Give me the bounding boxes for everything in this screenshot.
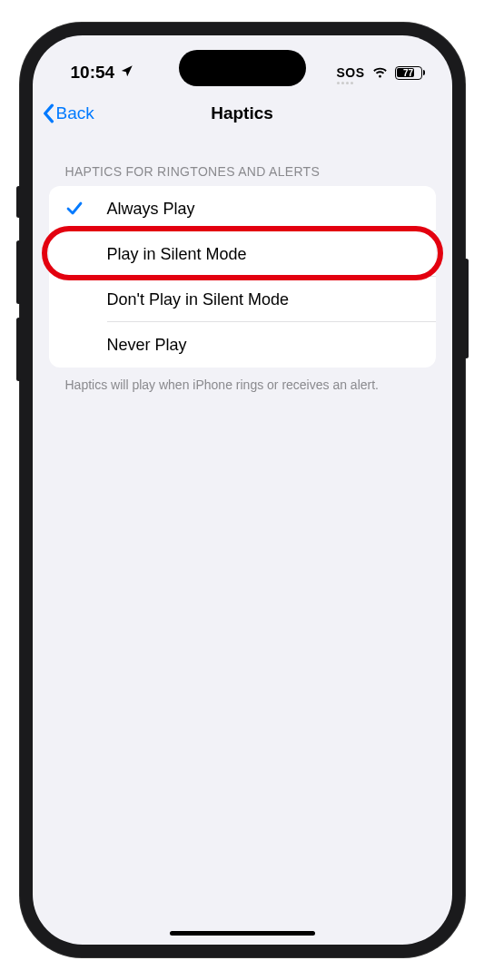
back-button[interactable]: Back (42, 103, 94, 123)
side-button (16, 318, 21, 381)
side-button (16, 240, 21, 304)
option-label: Always Play (107, 200, 195, 219)
option-row[interactable]: Play in Silent Mode (49, 231, 436, 277)
options-list: Always PlayPlay in Silent ModeDon't Play… (49, 186, 436, 368)
phone-frame: 10:54 SOS 77 (20, 23, 465, 957)
status-right: SOS 77 (336, 65, 424, 80)
status-left: 10:54 (71, 63, 134, 83)
back-label: Back (56, 103, 94, 123)
option-row[interactable]: Don't Play in Silent Mode (49, 277, 436, 322)
section-header: HAPTICS FOR RINGTONES AND ALERTS (49, 137, 436, 186)
battery-icon: 77 (395, 66, 425, 80)
section-footer: Haptics will play when iPhone rings or r… (49, 368, 436, 395)
dynamic-island (179, 50, 306, 86)
nav-bar: Back Haptics (33, 90, 452, 137)
option-label: Play in Silent Mode (107, 245, 247, 264)
option-row[interactable]: Always Play (49, 186, 436, 231)
location-icon (120, 63, 133, 83)
content-area: HAPTICS FOR RINGTONES AND ALERTS Always … (33, 137, 452, 395)
sos-indicator: SOS (336, 65, 364, 80)
option-row[interactable]: Never Play (49, 322, 436, 368)
check-column (65, 201, 107, 217)
screen: 10:54 SOS 77 (33, 35, 452, 945)
checkmark-icon (65, 201, 84, 217)
home-indicator[interactable] (170, 931, 315, 936)
chevron-left-icon (42, 103, 54, 123)
option-label: Don't Play in Silent Mode (107, 290, 290, 309)
page-title: Haptics (211, 103, 273, 123)
option-label: Never Play (107, 336, 187, 355)
side-button (16, 186, 21, 218)
side-button (464, 259, 469, 358)
wifi-icon (371, 66, 389, 79)
status-time: 10:54 (71, 63, 115, 83)
